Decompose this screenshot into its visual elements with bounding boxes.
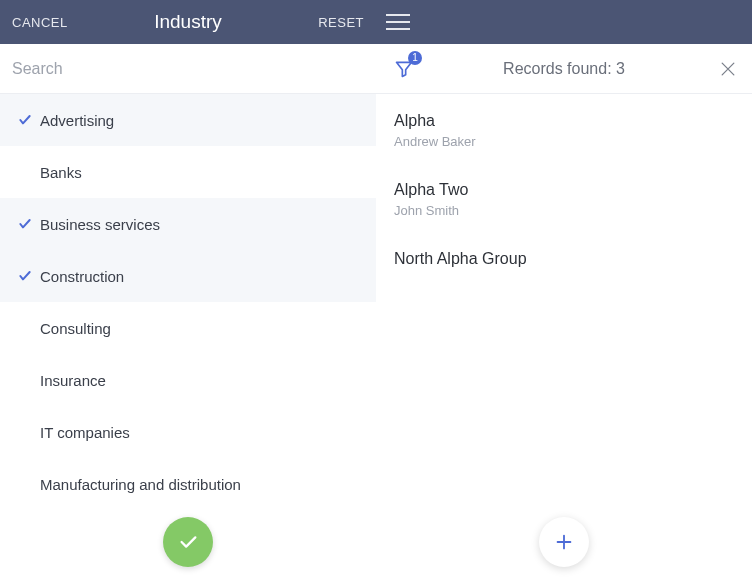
left-header: CANCEL Industry RESET <box>0 0 376 44</box>
industry-item-label: Insurance <box>40 372 106 389</box>
check-icon <box>17 112 33 128</box>
industry-item[interactable]: Construction <box>0 250 376 302</box>
record-subtitle: Andrew Baker <box>394 134 734 149</box>
industry-list: AdvertisingBanksBusiness servicesConstru… <box>0 94 376 587</box>
industry-item-label: Business services <box>40 216 160 233</box>
hamburger-icon <box>386 14 410 16</box>
industry-item-label: Consulting <box>40 320 111 337</box>
check-icon <box>17 268 33 284</box>
record-title: Alpha Two <box>394 181 734 199</box>
industry-item[interactable]: Advertising <box>0 94 376 146</box>
add-button[interactable] <box>539 517 589 567</box>
panel-title: Industry <box>154 11 222 33</box>
industry-item-label: Manufacturing and distribution <box>40 476 241 493</box>
records-panel: 1 Records found: 3 AlphaAndrew BakerAlph… <box>376 0 752 587</box>
plus-icon <box>553 531 575 553</box>
search-input[interactable] <box>12 60 364 78</box>
industry-item-label: Advertising <box>40 112 114 129</box>
industry-item-label: IT companies <box>40 424 130 441</box>
industry-item[interactable]: Business services <box>0 198 376 250</box>
industry-item[interactable]: Consulting <box>0 302 376 354</box>
records-count-label: Records found: 3 <box>503 60 625 78</box>
record-item[interactable]: North Alpha Group <box>376 232 752 286</box>
check-icon <box>17 216 33 232</box>
record-item[interactable]: Alpha TwoJohn Smith <box>376 163 752 232</box>
close-icon[interactable] <box>718 59 738 79</box>
menu-button[interactable] <box>386 10 410 34</box>
filter-count-badge: 1 <box>408 51 422 65</box>
check-icon <box>177 531 199 553</box>
search-row <box>0 44 376 94</box>
industry-item-label: Construction <box>40 268 124 285</box>
confirm-button[interactable] <box>163 517 213 567</box>
record-title: North Alpha Group <box>394 250 734 268</box>
industry-filter-panel: CANCEL Industry RESET AdvertisingBanksBu… <box>0 0 376 587</box>
cancel-button[interactable]: CANCEL <box>12 15 68 30</box>
record-title: Alpha <box>394 112 734 130</box>
industry-item[interactable]: IT companies <box>0 406 376 458</box>
industry-item[interactable]: Insurance <box>0 354 376 406</box>
filter-button[interactable]: 1 <box>390 55 418 83</box>
reset-button[interactable]: RESET <box>318 15 364 30</box>
filter-bar: 1 Records found: 3 <box>376 44 752 94</box>
records-list: AlphaAndrew BakerAlpha TwoJohn SmithNort… <box>376 94 752 587</box>
record-item[interactable]: AlphaAndrew Baker <box>376 94 752 163</box>
right-header <box>376 0 752 44</box>
record-subtitle: John Smith <box>394 203 734 218</box>
industry-item-label: Banks <box>40 164 82 181</box>
industry-item[interactable]: Banks <box>0 146 376 198</box>
industry-item[interactable]: Manufacturing and distribution <box>0 458 376 510</box>
